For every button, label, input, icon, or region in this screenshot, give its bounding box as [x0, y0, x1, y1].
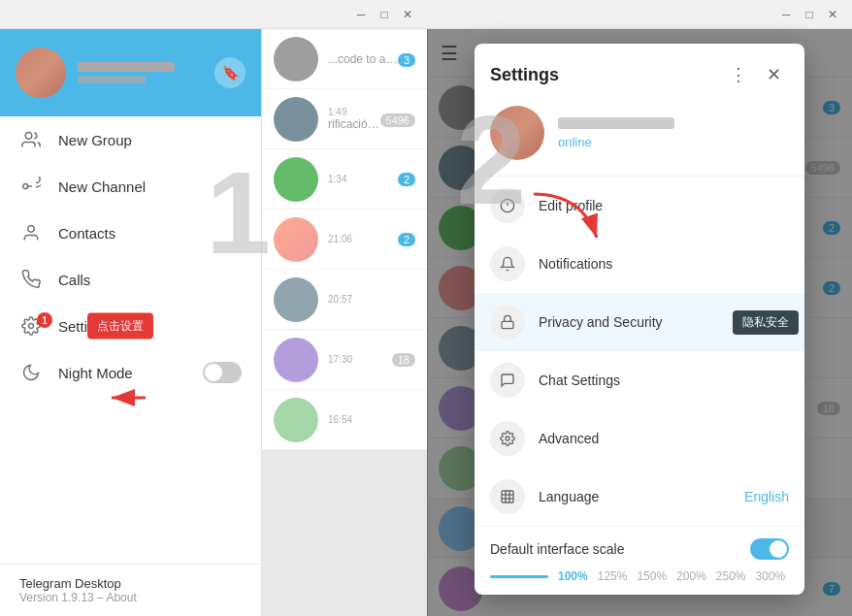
right-minimize-btn[interactable]: ─	[774, 3, 798, 26]
bottom-info: Telegram Desktop Version 1.9.13 – About	[0, 564, 261, 616]
profile-info	[66, 62, 214, 83]
right-titlebar: ─ □ ✕	[427, 0, 852, 29]
settings-header: Settings ⋮ ✕	[475, 44, 804, 98]
menu-item-calls[interactable]: Calls	[0, 256, 261, 303]
settings-item-language[interactable]: Language English	[475, 468, 804, 526]
profile-name-bar	[78, 62, 175, 72]
settings-item-edit-profile[interactable]: Edit profile	[475, 177, 804, 235]
settings-item-notifications[interactable]: Notifications	[475, 235, 804, 293]
new-group-icon	[19, 128, 43, 151]
chat-avatar-4	[274, 217, 318, 262]
menu-list: New Group New Channel	[0, 116, 261, 564]
left-panel: 🔖 New Group	[0, 29, 262, 616]
chat-item-5[interactable]: 20:57	[262, 270, 427, 330]
chat-content-1: ...code to anyone, eve...	[328, 52, 398, 66]
chat-item-1[interactable]: ...code to anyone, eve... 3	[262, 29, 427, 89]
menu-item-new-channel[interactable]: New Channel	[0, 163, 261, 210]
svg-point-8	[506, 437, 509, 440]
settings-item-chat[interactable]: Chat Settings	[475, 351, 804, 409]
close-btn[interactable]: ✕	[396, 3, 419, 26]
calls-icon	[19, 268, 43, 291]
chat-settings-label: Chat Settings	[539, 373, 789, 388]
chat-content-4: 21:06	[328, 234, 398, 244]
chat-avatar-7	[274, 398, 318, 442]
night-mode-toggle[interactable]	[203, 362, 242, 383]
chat-content-7: 16:54	[328, 414, 415, 425]
new-channel-label: New Channel	[58, 178, 146, 195]
scale-250[interactable]: 250%	[716, 569, 746, 583]
scale-row: Default interface scale	[490, 538, 789, 560]
svg-point-1	[23, 184, 28, 189]
scale-125[interactable]: 125%	[598, 569, 628, 583]
settings-title: Settings	[490, 65, 559, 85]
chat-item-2[interactable]: 1:49 rificación. Espera... 5496	[262, 89, 427, 149]
menu-item-night-mode[interactable]: Night Mode	[0, 349, 261, 396]
notifications-label: Notifications	[539, 256, 789, 272]
menu-item-new-group[interactable]: New Group	[0, 116, 261, 163]
avatar-image	[16, 48, 66, 98]
settings-item-privacy[interactable]: Privacy and Security 1 隐私安全	[475, 293, 804, 351]
svg-rect-9	[502, 491, 513, 503]
privacy-icon	[490, 305, 525, 340]
chat-item-6[interactable]: 17:30 18	[262, 330, 427, 390]
chat-time-5: 20:57	[328, 294, 415, 305]
chat-avatar-1	[274, 37, 318, 81]
scale-100[interactable]: 100%	[558, 569, 588, 583]
chat-time-3: 1:34	[328, 174, 398, 184]
contacts-icon	[19, 221, 43, 244]
settings-item-advanced[interactable]: Advanced	[475, 409, 804, 468]
profile-status-bar	[78, 76, 146, 83]
night-mode-icon	[19, 361, 43, 384]
profile-header[interactable]: 🔖	[0, 29, 261, 116]
contacts-label: Contacts	[58, 225, 115, 242]
edit-profile-icon	[490, 188, 525, 223]
chat-item-4[interactable]: 21:06 2	[262, 210, 427, 270]
scale-200[interactable]: 200%	[676, 569, 706, 583]
language-icon	[490, 479, 525, 514]
chat-time-4: 21:06	[328, 234, 398, 244]
scale-bar	[490, 575, 548, 578]
privacy-cn-tooltip: 隐私安全	[733, 310, 799, 335]
chat-avatar-6	[274, 338, 318, 382]
minimize-btn[interactable]: ─	[349, 3, 373, 26]
menu-item-settings[interactable]: Settings 1 点击设置	[0, 303, 261, 349]
settings-close-btn[interactable]: ✕	[758, 59, 789, 90]
chat-badge-4: 2	[398, 233, 415, 246]
chat-time-2: 1:49	[328, 107, 380, 117]
settings-more-btn[interactable]: ⋮	[723, 59, 754, 90]
chat-badge-6: 18	[392, 353, 415, 367]
bookmark-icon[interactable]: 🔖	[214, 57, 246, 88]
right-close-btn[interactable]: ✕	[821, 3, 844, 26]
advanced-icon	[490, 421, 525, 456]
chat-item-3[interactable]: 1:34 2	[262, 149, 427, 210]
chat-item-7[interactable]: 16:54	[262, 390, 427, 450]
notifications-icon	[490, 246, 525, 281]
scale-label: Default interface scale	[490, 541, 625, 557]
right-maximize-btn[interactable]: □	[798, 3, 821, 26]
scale-toggle[interactable]	[750, 538, 789, 560]
settings-annotation: 点击设置	[87, 313, 153, 340]
chat-time-6: 17:30	[328, 354, 392, 365]
chat-time-7: 16:54	[328, 414, 415, 425]
settings-name-bar	[558, 117, 674, 129]
left-titlebar: ─ □ ✕	[0, 0, 427, 29]
chat-preview-2: rificación. Espera...	[328, 117, 380, 131]
maximize-btn[interactable]: □	[373, 3, 396, 26]
svg-rect-7	[502, 321, 513, 328]
settings-header-actions: ⋮ ✕	[723, 59, 789, 90]
scale-150[interactable]: 150%	[637, 569, 667, 583]
settings-menu: Edit profile Notifications	[475, 177, 804, 526]
settings-badge: 1	[37, 312, 52, 328]
settings-profile-info: online	[558, 117, 789, 149]
main-window: ─ □ ✕ ─ □ ✕ 🔖	[0, 0, 852, 616]
chat-badge-3: 2	[398, 173, 415, 186]
chat-badge-1: 3	[398, 53, 415, 67]
settings-profile[interactable]: online	[475, 98, 804, 177]
svg-point-3	[29, 324, 34, 329]
scale-300[interactable]: 300%	[756, 569, 786, 583]
avatar[interactable]	[16, 48, 66, 98]
menu-item-contacts[interactable]: Contacts	[0, 210, 261, 256]
chat-content-5: 20:57	[328, 294, 415, 305]
settings-status: online	[558, 135, 789, 149]
chat-avatar-2	[274, 97, 318, 142]
